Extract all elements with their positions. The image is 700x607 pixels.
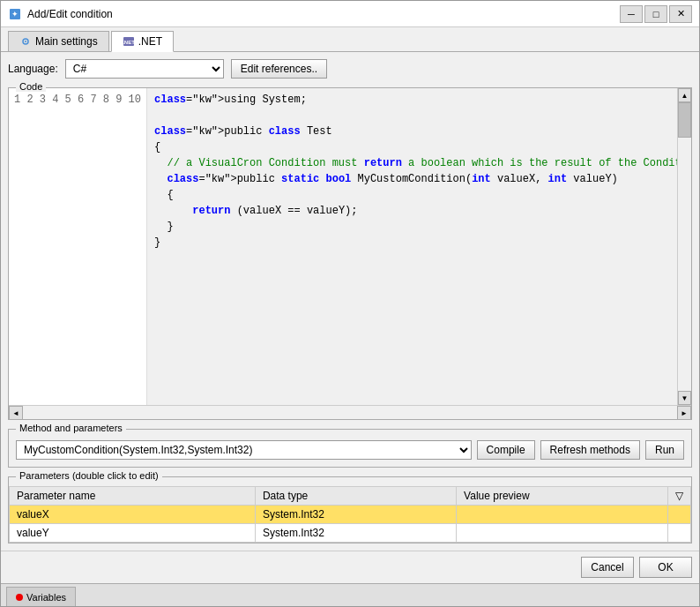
cancel-button[interactable]: Cancel — [581, 557, 634, 578]
horizontal-scrollbar[interactable]: ◄ ► — [9, 405, 691, 419]
method-section-legend: Method and parameters — [16, 423, 126, 433]
params-section-legend: Parameters (double click to edit) — [16, 470, 162, 481]
variables-tab-label: Variables — [26, 592, 66, 603]
table-row[interactable]: valueXSystem.Int32 — [10, 506, 691, 524]
col-data-type: Data type — [255, 487, 456, 506]
code-body: 1 2 3 4 5 6 7 8 9 10 class="kw">using Sy… — [9, 88, 691, 405]
params-section: Parameters (double click to edit) Parame… — [8, 476, 692, 543]
refresh-methods-button[interactable]: Refresh methods — [540, 440, 640, 460]
params-table: Parameter name Data type Value preview ▽… — [9, 486, 691, 543]
title-bar: ✦ Add/Edit condition ─ □ ✕ — [1, 1, 699, 27]
method-row: MyCustomCondition(System.Int32,System.In… — [16, 440, 684, 460]
dotnet-icon: .NET — [123, 35, 135, 48]
method-select[interactable]: MyCustomCondition(System.Int32,System.In… — [16, 440, 472, 460]
title-bar-left: ✦ Add/Edit condition — [8, 7, 113, 21]
minimize-button[interactable]: ─ — [620, 5, 643, 23]
bottom-bar: Cancel OK — [1, 551, 699, 583]
language-row: Language: C# Edit references.. — [8, 59, 692, 79]
col-sort: ▽ — [668, 487, 691, 506]
col-param-name: Parameter name — [10, 487, 256, 506]
ok-button[interactable]: OK — [639, 557, 692, 578]
svg-point-3 — [25, 41, 26, 42]
language-label: Language: — [8, 63, 58, 75]
run-button[interactable]: Run — [645, 440, 684, 460]
main-content: Language: C# Edit references.. Code 1 2 … — [1, 52, 699, 551]
tab-bar: Main settings .NET .NET — [1, 27, 699, 52]
footer-tab-bar: Variables — [1, 583, 699, 606]
code-main: 1 2 3 4 5 6 7 8 9 10 class="kw">using Sy… — [9, 88, 691, 419]
scroll-up-button[interactable]: ▲ — [678, 88, 691, 102]
variables-tab[interactable]: Variables — [6, 587, 76, 606]
scroll-track — [678, 102, 691, 391]
settings-icon — [19, 35, 32, 48]
params-table-header: Parameter name Data type Value preview ▽ — [10, 487, 691, 506]
table-row[interactable]: valueYSystem.Int32 — [10, 524, 691, 543]
variables-dot — [16, 594, 23, 601]
main-window: ✦ Add/Edit condition ─ □ ✕ Main settings… — [0, 0, 700, 607]
svg-text:.NET: .NET — [123, 40, 135, 45]
scroll-right-button[interactable]: ► — [677, 406, 691, 419]
code-section-legend: Code — [16, 81, 46, 92]
scroll-h-track — [23, 406, 677, 419]
line-numbers: 1 2 3 4 5 6 7 8 9 10 — [9, 88, 147, 405]
scroll-left-button[interactable]: ◄ — [9, 406, 23, 419]
vertical-scrollbar[interactable]: ▲ ▼ — [677, 88, 691, 405]
code-area: 1 2 3 4 5 6 7 8 9 10 class="kw">using Sy… — [9, 88, 691, 419]
scroll-down-button[interactable]: ▼ — [678, 391, 691, 405]
maximize-button[interactable]: □ — [644, 5, 667, 23]
language-select[interactable]: C# — [65, 59, 224, 79]
edit-references-button[interactable]: Edit references.. — [231, 59, 327, 79]
scroll-thumb[interactable] — [678, 102, 691, 138]
close-button[interactable]: ✕ — [669, 5, 692, 23]
method-section: Method and parameters MyCustomCondition(… — [8, 429, 692, 468]
code-section: Code 1 2 3 4 5 6 7 8 9 10 class="kw">usi… — [8, 87, 692, 420]
tab-main-settings[interactable]: Main settings — [8, 31, 109, 51]
col-value-preview: Value preview — [457, 487, 668, 506]
code-editor[interactable]: class="kw">using System; class="kw">publ… — [147, 88, 677, 405]
svg-text:✦: ✦ — [11, 10, 19, 19]
window-title: Add/Edit condition — [27, 8, 113, 20]
title-bar-controls: ─ □ ✕ — [620, 5, 692, 23]
tab-dotnet[interactable]: .NET .NET — [111, 31, 174, 52]
compile-button[interactable]: Compile — [477, 440, 535, 460]
window-icon: ✦ — [8, 7, 22, 21]
